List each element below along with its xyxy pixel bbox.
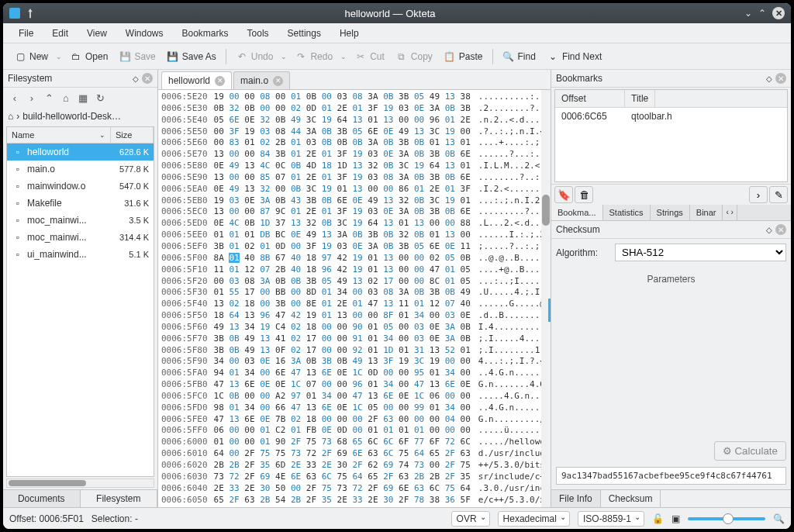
cut-button[interactable]: ✂Cut — [350, 47, 389, 66]
tab-bookmarks[interactable]: Bookma... — [551, 205, 603, 220]
menu-tools[interactable]: Tools — [238, 25, 278, 42]
nav-back-icon[interactable]: ‹ — [8, 91, 22, 105]
file-row[interactable]: ▫main.o577.8 K — [7, 161, 154, 178]
status-coding[interactable]: Hexadecimal — [498, 511, 570, 527]
right-panel: Bookmarks ◇ ✕ Offset Title 0006:6C65 qto… — [551, 70, 791, 507]
add-bookmark-icon[interactable]: 🔖 — [554, 186, 573, 203]
tab-binary[interactable]: Binar — [690, 205, 723, 220]
nav-home-icon[interactable]: ⌂ — [59, 91, 73, 105]
tab-documents[interactable]: Documents — [3, 490, 81, 507]
file-icon: ▫ — [12, 248, 24, 261]
menu-help[interactable]: Help — [330, 25, 368, 42]
file-row[interactable]: ▫ui_mainwind...5.1 K — [7, 246, 154, 263]
column-name[interactable]: Name⌄ — [7, 127, 111, 143]
open-button[interactable]: 🗀Open — [65, 47, 112, 66]
bookmarks-title: Bookmarks — [556, 73, 766, 84]
maximize-icon[interactable]: ⌃ — [758, 8, 766, 19]
left-panel: Filesystem ◇ ✕ ‹ › ⌃ ⌂ ▦ ↻ ⌂ › build-hel… — [3, 70, 158, 507]
menu-settings[interactable]: Settings — [278, 25, 330, 42]
redo-dropdown[interactable]: ⌄ — [339, 53, 348, 60]
status-selection: Selection: - — [91, 513, 138, 524]
tool-tabs: Bookma... Statistics Strings Binar ‹ › — [551, 205, 791, 221]
checksum-output[interactable]: 9ac1347bad55167acbefbee95ce9f4c8c67f4476… — [556, 467, 786, 485]
tab-checksum[interactable]: Checksum — [601, 490, 661, 507]
minimize-icon[interactable]: ⌄ — [744, 8, 752, 19]
copy-icon: ⧉ — [395, 50, 408, 63]
undo-button[interactable]: ↶Undo — [231, 47, 278, 66]
hex-editor[interactable]: 0006:5E20 0006:5E30 0006:5E40 0006:5E50 … — [158, 90, 551, 507]
delete-bookmark-icon[interactable]: 🗑 — [575, 186, 593, 203]
file-row[interactable]: ▫Makefile31.6 K — [7, 195, 154, 212]
menubar: File Edit View Windows Bookmarks Tools S… — [3, 23, 791, 43]
doc-tab[interactable]: main.o✕ — [233, 71, 290, 89]
toolbar: ▢New ⌄ 🗀Open 💾Save 💾Save As ↶Undo ⌄ ↷Red… — [3, 43, 791, 70]
copy-button[interactable]: ⧉Copy — [391, 47, 437, 66]
menu-windows[interactable]: Windows — [116, 25, 173, 42]
pin-icon[interactable] — [25, 8, 36, 19]
vscrollbar[interactable] — [541, 90, 551, 507]
tab-filesystem[interactable]: Filesystem — [81, 490, 158, 507]
tab-file-info[interactable]: File Info — [551, 490, 601, 507]
column-size[interactable]: Size — [111, 127, 154, 143]
file-row[interactable]: ▫mainwindow.o547.0 K — [7, 178, 154, 195]
find-next-button[interactable]: ⌄Find Next — [542, 47, 606, 66]
panel-undock-icon[interactable]: ◇ — [133, 74, 139, 83]
redo-button[interactable]: ↷Redo — [290, 47, 337, 66]
zoom-slider[interactable] — [688, 517, 765, 520]
column-title[interactable]: Title — [625, 90, 655, 107]
paste-icon: 📋 — [444, 50, 456, 63]
status-charset[interactable]: ISO-8859-1 — [578, 511, 644, 527]
tab-strings[interactable]: Strings — [651, 205, 690, 220]
close-icon[interactable]: ✕ — [772, 7, 785, 19]
nav-forward-icon[interactable]: › — [25, 91, 39, 105]
bookmark-row[interactable]: 0006:6C65 qtoolbar.h — [555, 108, 787, 125]
calculate-button[interactable]: ⚙ Calculate — [714, 441, 786, 461]
file-icon: ▫ — [12, 146, 24, 158]
zoom-reset-icon[interactable]: ▣ — [671, 513, 680, 524]
find-next-icon: ⌄ — [547, 50, 559, 63]
new-button[interactable]: ▢New — [9, 47, 53, 66]
panel-undock-icon[interactable]: ◇ — [766, 74, 772, 83]
status-ovr[interactable]: OVR — [451, 511, 490, 527]
close-icon[interactable]: ✕ — [273, 76, 283, 86]
panel-close-icon[interactable]: ✕ — [142, 73, 153, 84]
hscrollbar[interactable] — [6, 478, 154, 488]
algorithm-select[interactable]: SHA-512 — [615, 244, 786, 261]
undo-dropdown[interactable]: ⌄ — [279, 53, 288, 60]
nav-up-icon[interactable]: ⌃ — [42, 91, 56, 105]
breadcrumb[interactable]: ⌂ › build-helloworld-Desk… — [3, 108, 157, 125]
tab-scroll[interactable]: ‹ › — [723, 205, 737, 220]
zoom-in-icon[interactable]: 🔍 — [773, 513, 785, 524]
save-button[interactable]: 💾Save — [114, 47, 160, 66]
menu-file[interactable]: File — [9, 25, 43, 42]
find-button[interactable]: 🔍Find — [498, 47, 540, 66]
file-row[interactable]: ▫moc_mainwi...314.4 K — [7, 229, 154, 246]
paste-button[interactable]: 📋Paste — [439, 47, 488, 66]
panel-close-icon[interactable]: ✕ — [775, 224, 786, 235]
edit-bookmark-icon[interactable]: ✎ — [769, 186, 788, 203]
column-offset[interactable]: Offset — [555, 90, 625, 107]
save-as-button[interactable]: 💾Save As — [162, 47, 221, 66]
file-row[interactable]: ▫helloworld628.6 K — [7, 143, 154, 161]
lock-icon[interactable]: 🔓 — [652, 513, 664, 524]
close-icon[interactable]: ✕ — [215, 76, 225, 86]
menu-bookmarks[interactable]: Bookmarks — [173, 25, 238, 42]
goto-bookmark-icon[interactable]: › — [749, 186, 768, 203]
panel-close-icon[interactable]: ✕ — [775, 73, 786, 84]
panel-undock-icon[interactable]: ◇ — [766, 226, 772, 234]
menu-view[interactable]: View — [78, 25, 116, 42]
home-icon: ⌂ — [8, 111, 13, 122]
file-icon: ▫ — [12, 197, 24, 209]
menu-edit[interactable]: Edit — [43, 25, 78, 42]
new-dropdown[interactable]: ⌄ — [54, 53, 64, 60]
bookmark-toolbar: 🔖 🗑 › ✎ — [551, 184, 791, 205]
save-as-icon: 💾 — [167, 50, 179, 63]
file-icon: ▫ — [12, 214, 24, 226]
nav-reload-icon[interactable]: ▦ — [76, 91, 90, 105]
nav-sync-icon[interactable]: ↻ — [93, 91, 107, 105]
file-row[interactable]: ▫moc_mainwi...3.5 K — [7, 212, 154, 229]
document-tabs: helloworld✕main.o✕ — [158, 70, 551, 90]
doc-tab[interactable]: helloworld✕ — [161, 71, 232, 89]
file-icon: ▫ — [12, 231, 24, 244]
tab-statistics[interactable]: Statistics — [603, 205, 651, 220]
